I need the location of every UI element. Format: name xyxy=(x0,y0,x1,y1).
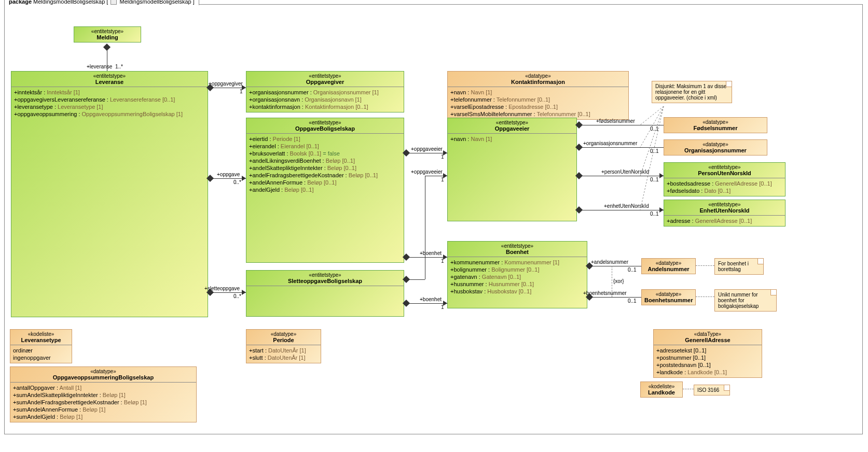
svg-line-3 xyxy=(640,106,664,210)
class-name: Leveransetype xyxy=(13,337,69,343)
mult-one: 1 xyxy=(441,177,444,182)
note-link-2 xyxy=(696,296,714,297)
class-name: Oppgaveeier xyxy=(450,125,574,132)
role-oppgavegiver: +oppgavegiver xyxy=(209,81,243,87)
assoc-leveranse-oppgave xyxy=(208,178,246,179)
class-name: EnhetUtenNorskId xyxy=(667,207,782,214)
class-name: Periode xyxy=(249,337,318,343)
assoc-oppgave-boenhet xyxy=(404,257,447,258)
class-oppgave-boligselskap: «entitetstype» OppgaveBoligselskap +eier… xyxy=(246,118,404,263)
class-leveransetype: «kodeliste» Leveransetype ordinær ingeno… xyxy=(10,329,72,363)
xor-dash xyxy=(612,266,612,297)
note-link-1 xyxy=(696,265,714,266)
class-sletteoppgave: «entitetstype» SletteoppgaveBoligselskap xyxy=(246,270,404,317)
mult-zeroone: 0..1 xyxy=(650,177,659,182)
stereo: «kodeliste» xyxy=(13,331,69,337)
mult-leveranse: 1..* xyxy=(115,64,123,69)
stereo: «entitetstype» xyxy=(249,73,401,79)
composition-diamond xyxy=(103,44,111,51)
stereo: «entitetstype» xyxy=(667,202,782,207)
note-boligaksje: Unikt nummer for boenhet for boligaksjes… xyxy=(714,289,777,312)
pkg-ctx: MeldingsmodellBoligselskap xyxy=(120,0,191,5)
class-name: Melding xyxy=(77,34,138,40)
stereo: «dataType» xyxy=(656,331,759,337)
class-name: PersonUtenNorskId xyxy=(667,170,782,176)
role-boenhet: +boenhet xyxy=(420,250,442,256)
class-name: Organisasjonsnummer xyxy=(667,147,764,153)
class-name: Leveranse xyxy=(14,79,205,85)
role-andelsnr: +andelsnummer xyxy=(591,259,628,265)
assoc-leveranse-oppgavegiver xyxy=(208,88,246,88)
note-borettslag: For boenhet i borettslag xyxy=(714,258,764,275)
stereo: «datatype» xyxy=(13,369,194,374)
stereo: «entitetstype» xyxy=(667,164,782,170)
class-kontaktinformasjon: «datatype» Kontaktinformasjon +navn : Na… xyxy=(447,71,629,120)
pkg-kw: package xyxy=(9,0,32,5)
note-iso: ISO 3166 xyxy=(694,385,730,396)
class-leveranse: «entitetstype» Leveranse +inntektsår : I… xyxy=(11,71,208,317)
role-orgnr: +organisasjonsnummer xyxy=(583,140,637,146)
class-name: OppgaveBoligselskap xyxy=(249,125,401,132)
mult-one: 1 xyxy=(240,89,243,94)
class-oppgaveeier: «entitetstype» Oppgaveeier +navn : Navn … xyxy=(447,118,577,221)
class-boenhet: «entitetstype» Boenhet +kommunenummer : … xyxy=(447,241,587,308)
mult-one: 1 xyxy=(441,154,444,160)
stereo: «datatype» xyxy=(450,73,626,79)
assoc-boenhet-boenhetnr xyxy=(587,297,641,298)
arrowhead-icon xyxy=(659,207,664,213)
role-boenhetnr: +boenhetsnummer xyxy=(583,290,627,296)
assoc-slette-boenhet xyxy=(404,303,447,304)
stereo: «entitetstype» xyxy=(450,120,574,125)
stereo: «entitetstype» xyxy=(14,73,205,79)
class-organisasjonsnummer: «datatype» Organisasjonsnummer xyxy=(664,139,767,156)
class-melding: «entitetstype» Melding xyxy=(74,26,141,43)
package-tab: package MeldingsmodellBoligselskap [ Mel… xyxy=(4,0,199,5)
stereo: «entitetstype» xyxy=(77,29,138,34)
assoc-eier-fodsel xyxy=(577,125,664,125)
stereo: «datatype» xyxy=(667,119,764,125)
role-oppgave: +oppgave xyxy=(217,172,240,177)
mult-zeroone: 0..1 xyxy=(650,126,659,132)
class-name: SletteoppgaveBoligselskap xyxy=(249,278,401,284)
class-name: Kontaktinformasjon xyxy=(450,79,626,85)
mult-zeroone: 0..1 xyxy=(628,267,637,273)
class-name: Oppgavegiver xyxy=(249,79,401,85)
class-andelsnummer: «datatype» Andelsnummer xyxy=(641,258,696,274)
stereo: «kodeliste» xyxy=(643,384,680,389)
class-name: Fødselsnummer xyxy=(667,125,764,131)
class-name: Andelsnummer xyxy=(644,266,693,272)
mult-one: 1 xyxy=(441,258,444,264)
mult-zeroone: 0..1 xyxy=(650,211,659,217)
stereo: «datatype» xyxy=(249,331,318,337)
arrowhead-icon xyxy=(242,176,246,181)
mult-zeroone: 0..1 xyxy=(650,148,659,154)
mult-one: 1 xyxy=(441,304,444,310)
role-leveranse: +leveranse xyxy=(87,64,112,69)
assoc-slette-eier-v xyxy=(425,176,425,279)
note-link-iso xyxy=(683,389,694,389)
stereo: «entitetstype» xyxy=(249,272,401,278)
class-periode: «datatype» Periode +start : DatoUtenÅr [… xyxy=(246,329,321,363)
assoc-eier-enhet xyxy=(577,210,664,210)
arrowhead-icon xyxy=(242,290,246,295)
class-enhet-uten-norskid: «entitetstype» EnhetUtenNorskId +adresse… xyxy=(664,200,786,227)
pkg-name: MeldingsmodellBoligselskap xyxy=(33,0,105,5)
class-fodselsnummer: «datatype» Fødselsnummer xyxy=(664,117,767,133)
assoc-leveranse-slette xyxy=(208,292,246,293)
assoc-oppgave-eier xyxy=(404,153,447,153)
package-icon xyxy=(111,0,117,5)
class-person-uten-norskid: «entitetstype» PersonUtenNorskId +bosted… xyxy=(664,162,786,196)
class-oppsummering: «datatype» OppgaveoppsummeringBoligselsk… xyxy=(10,366,197,422)
role-sletteoppgave: +sletteoppgave xyxy=(204,286,240,291)
class-generell-adresse: «dataType» GenerellAdresse +adressetekst… xyxy=(653,329,762,378)
svg-line-2 xyxy=(640,106,664,176)
class-landkode: «kodeliste» Landkode xyxy=(640,382,683,398)
stereo: «entitetstype» xyxy=(249,120,401,125)
stereo: «datatype» xyxy=(667,142,764,147)
mult-zeromany: 0..* xyxy=(233,179,241,185)
stereo: «datatype» xyxy=(644,291,693,297)
xor-label: {xor} xyxy=(613,278,624,284)
class-name: Boenhet xyxy=(450,249,584,255)
stereo: «datatype» xyxy=(644,260,693,266)
svg-line-0 xyxy=(640,106,664,125)
